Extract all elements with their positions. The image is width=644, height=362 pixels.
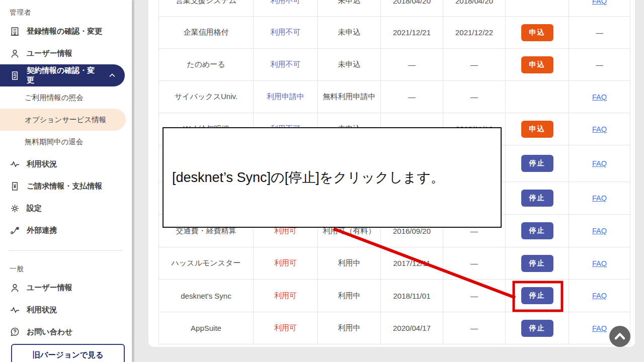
stop-button[interactable]: 停止 bbox=[521, 155, 553, 172]
stop-button[interactable]: 停止 bbox=[521, 255, 553, 272]
service-row: 営業支援システム利用不可未申込2018/04/202018/04/20FAQ bbox=[159, 0, 630, 17]
start-date-cell: 2020/04/17 bbox=[381, 312, 443, 344]
apply-button[interactable]: 申込 bbox=[521, 121, 553, 138]
stop-button[interactable]: 停止 bbox=[521, 222, 553, 239]
chevron-up-icon bbox=[609, 326, 630, 347]
sidebar-item[interactable]: 利用状況 bbox=[0, 153, 132, 175]
invoice-icon bbox=[9, 180, 20, 192]
old-version-button[interactable]: 旧バージョンで見る bbox=[11, 344, 125, 362]
sidebar-subitem[interactable]: 無料期間中の退会 bbox=[0, 131, 132, 153]
service-name-cell: たのめーる bbox=[159, 49, 254, 80]
sidebar-item[interactable]: 契約情報の確認・変更 bbox=[0, 64, 125, 86]
stop-button-highlighted[interactable]: 停止 bbox=[521, 287, 553, 304]
sidebar-item-label: 設定 bbox=[27, 204, 42, 213]
sidebar-item[interactable]: 利用状況 bbox=[0, 299, 132, 321]
sidebar-item-label: お問い合わせ bbox=[27, 327, 72, 337]
apply-button[interactable]: 申込 bbox=[521, 24, 553, 41]
general-nav: ユーザー情報利用状況お問い合わせ bbox=[0, 277, 132, 343]
user-icon bbox=[9, 48, 20, 59]
help-icon bbox=[9, 326, 20, 337]
service-row: たのめーる利用不可未申込——申込— bbox=[159, 49, 630, 81]
faq-cell: FAQ bbox=[569, 247, 630, 279]
admin-nav: 登録情報の確認・変更ユーザー情報契約情報の確認・変更ご利用情報の照会オプションサ… bbox=[0, 20, 132, 241]
sidebar-item-label: ユーザー情報 bbox=[27, 49, 72, 58]
service-name-cell: ハッスルモンスター bbox=[159, 247, 254, 279]
scroll-to-top-button[interactable] bbox=[609, 326, 630, 347]
sidebar-item-label: 契約情報の確認・変更 bbox=[27, 66, 101, 85]
sidebar-item-label: ご利用情報の照会 bbox=[25, 93, 84, 103]
action-cell: 停止 bbox=[506, 280, 569, 312]
sidebar-item[interactable]: 設定 bbox=[0, 197, 132, 219]
service-row: ハッスルモンスター利用可利用中2017/12/11—停止FAQ bbox=[159, 247, 630, 280]
service-row: AppSuite利用可利用中2020/04/17—停止FAQ bbox=[159, 312, 630, 344]
status-cell: 利用可 bbox=[254, 280, 318, 312]
start-date-cell: 2021/12/21 bbox=[381, 17, 443, 48]
status-cell: 利用不可 bbox=[254, 17, 318, 48]
faq-cell: FAQ bbox=[569, 0, 630, 16]
status-cell: 利用不可 bbox=[254, 49, 318, 80]
sidebar-item[interactable]: ご請求情報・支払情報 bbox=[0, 175, 132, 197]
sidebar-subitem[interactable]: オプションサービス情報 bbox=[0, 109, 126, 131]
sidebar-item-label: 登録情報の確認・変更 bbox=[27, 27, 102, 36]
faq-link[interactable]: FAQ bbox=[592, 159, 607, 167]
start-date-cell: — bbox=[381, 81, 443, 113]
faq-link[interactable]: FAQ bbox=[592, 227, 607, 235]
end-date-cell: 2018/04/20 bbox=[443, 0, 506, 16]
end-date-cell: 2021/12/22 bbox=[443, 17, 506, 48]
sidebar-subitem[interactable]: ご利用情報の照会 bbox=[0, 86, 132, 109]
action-cell: 申込 bbox=[506, 49, 569, 80]
gear-icon bbox=[9, 203, 20, 214]
faq-link[interactable]: FAQ bbox=[592, 125, 607, 133]
start-date-cell: — bbox=[381, 49, 443, 80]
action-cell: 申込 bbox=[506, 17, 569, 48]
sidebar-divider bbox=[9, 250, 123, 251]
stop-button[interactable]: 停止 bbox=[521, 320, 553, 337]
sidebar-item[interactable]: ユーザー情報 bbox=[0, 277, 132, 299]
dash-value: — bbox=[596, 28, 603, 37]
sidebar-item[interactable]: 外部連携 bbox=[0, 219, 132, 241]
pulse-icon bbox=[9, 304, 20, 315]
end-date-cell: — bbox=[443, 247, 506, 279]
end-date-cell: — bbox=[443, 312, 506, 344]
faq-cell: FAQ bbox=[569, 113, 630, 145]
sidebar-item-label: 利用状況 bbox=[27, 159, 57, 169]
building-icon bbox=[9, 26, 20, 37]
sidebar-item[interactable]: お問い合わせ bbox=[0, 321, 132, 343]
sidebar-section-general: 一般 bbox=[0, 261, 132, 277]
instruction-callout: [desknet’s Sync]の[停止]をクリックします。 bbox=[163, 127, 502, 228]
action-cell bbox=[506, 81, 569, 113]
faq-link[interactable]: FAQ bbox=[592, 0, 607, 5]
sidebar-item[interactable]: 登録情報の確認・変更 bbox=[0, 20, 132, 42]
sidebar-item-label: オプションサービス情報 bbox=[25, 115, 106, 125]
service-name-cell: desknet's Sync bbox=[159, 280, 254, 312]
apply-button[interactable]: 申込 bbox=[521, 56, 553, 73]
faq-cell: FAQ bbox=[569, 280, 630, 312]
apply-status-cell: 未申込 bbox=[318, 0, 381, 16]
faq-cell: — bbox=[569, 17, 630, 48]
service-name-cell: サイバックスUniv. bbox=[159, 81, 254, 113]
service-name-cell: 営業支援システム bbox=[159, 0, 254, 16]
service-name-cell: 企業信用格付 bbox=[159, 17, 254, 48]
service-row: 企業信用格付利用不可未申込2021/12/212021/12/22申込— bbox=[159, 17, 630, 49]
stop-button[interactable]: 停止 bbox=[521, 190, 553, 207]
faq-link[interactable]: FAQ bbox=[592, 292, 607, 300]
service-row: サイバックスUniv.利用申請中無料利用申請中——FAQ bbox=[159, 81, 630, 113]
faq-link[interactable]: FAQ bbox=[592, 324, 607, 332]
action-cell bbox=[506, 0, 569, 16]
action-cell: 停止 bbox=[506, 247, 569, 279]
sidebar-item-label: 無料期間中の退会 bbox=[25, 137, 83, 147]
faq-link[interactable]: FAQ bbox=[592, 194, 607, 202]
status-cell: 利用可 bbox=[254, 247, 318, 279]
sidebar-scrollbar[interactable] bbox=[132, 0, 134, 362]
apply-status-cell: 無料利用申請中 bbox=[318, 81, 381, 113]
service-name-cell: AppSuite bbox=[159, 312, 254, 344]
status-cell: 利用申請中 bbox=[254, 81, 318, 113]
sidebar-item[interactable]: ユーザー情報 bbox=[0, 42, 132, 64]
action-cell: 停止 bbox=[506, 312, 569, 344]
faq-link[interactable]: FAQ bbox=[592, 93, 607, 101]
service-row: desknet's Sync利用可利用中2018/11/01—停止FAQ bbox=[159, 280, 630, 312]
faq-cell: FAQ bbox=[569, 81, 630, 113]
faq-link[interactable]: FAQ bbox=[592, 259, 607, 267]
instruction-text: [desknet’s Sync]の[停止]をクリックします。 bbox=[172, 168, 444, 187]
apply-status-cell: 利用中 bbox=[318, 312, 381, 344]
